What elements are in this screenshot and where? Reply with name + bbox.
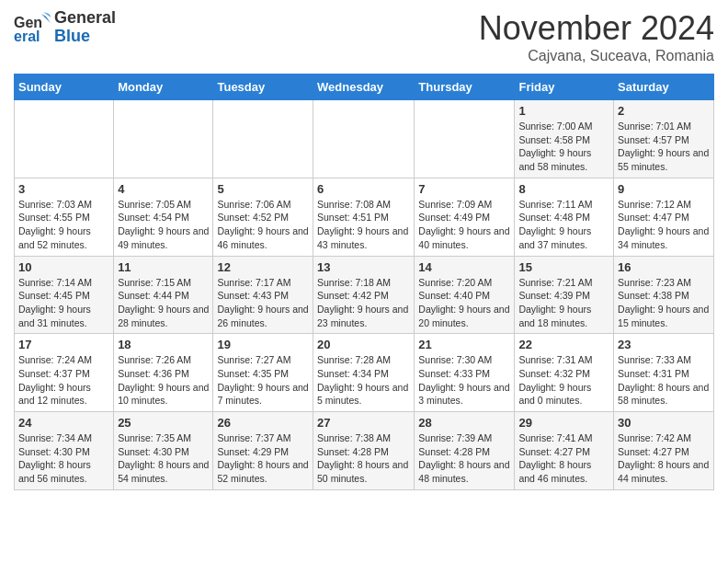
header-thursday: Thursday (415, 75, 515, 100)
day-info: Sunrise: 7:06 AM Sunset: 4:52 PM Dayligh… (217, 198, 309, 252)
calendar-cell: 2Sunrise: 7:01 AM Sunset: 4:57 PM Daylig… (614, 100, 714, 178)
calendar-cell: 25Sunrise: 7:35 AM Sunset: 4:30 PM Dayli… (114, 412, 213, 490)
weekday-header-row: Sunday Monday Tuesday Wednesday Thursday… (15, 75, 714, 100)
day-number: 21 (418, 338, 510, 351)
header-saturday: Saturday (614, 75, 714, 100)
calendar-cell: 29Sunrise: 7:41 AM Sunset: 4:27 PM Dayli… (515, 412, 614, 490)
day-number: 10 (18, 260, 109, 274)
day-number: 13 (317, 260, 410, 274)
day-info: Sunrise: 7:11 AM Sunset: 4:48 PM Dayligh… (518, 198, 609, 252)
day-info: Sunrise: 7:30 AM Sunset: 4:33 PM Dayligh… (418, 353, 510, 408)
header-friday: Friday (515, 75, 614, 100)
day-info: Sunrise: 7:09 AM Sunset: 4:49 PM Dayligh… (418, 198, 510, 252)
calendar-cell: 4Sunrise: 7:05 AM Sunset: 4:54 PM Daylig… (114, 178, 213, 256)
day-number: 29 (518, 416, 609, 430)
day-number: 1 (518, 104, 609, 118)
day-number: 30 (618, 416, 710, 430)
calendar-cell: 10Sunrise: 7:14 AM Sunset: 4:45 PM Dayli… (15, 256, 114, 334)
day-number: 8 (518, 182, 609, 196)
header-wednesday: Wednesday (313, 75, 415, 100)
header: Gen eral General Blue November 2024 Cajv… (14, 9, 714, 64)
day-info: Sunrise: 7:26 AM Sunset: 4:36 PM Dayligh… (118, 353, 209, 408)
calendar-cell: 7Sunrise: 7:09 AM Sunset: 4:49 PM Daylig… (415, 178, 515, 256)
calendar-cell (313, 100, 415, 178)
location: Cajvana, Suceava, Romania (479, 48, 714, 64)
day-info: Sunrise: 7:15 AM Sunset: 4:44 PM Dayligh… (118, 276, 209, 330)
calendar-cell: 15Sunrise: 7:21 AM Sunset: 4:39 PM Dayli… (515, 256, 614, 334)
day-info: Sunrise: 7:20 AM Sunset: 4:40 PM Dayligh… (418, 276, 510, 330)
day-number: 19 (217, 338, 309, 351)
day-number: 26 (217, 416, 309, 430)
calendar-cell: 3Sunrise: 7:03 AM Sunset: 4:55 PM Daylig… (15, 178, 114, 256)
calendar-cell: 8Sunrise: 7:11 AM Sunset: 4:48 PM Daylig… (515, 178, 614, 256)
day-info: Sunrise: 7:34 AM Sunset: 4:30 PM Dayligh… (18, 431, 109, 486)
calendar-cell: 21Sunrise: 7:30 AM Sunset: 4:33 PM Dayli… (415, 334, 515, 412)
calendar-week-4: 17Sunrise: 7:24 AM Sunset: 4:37 PM Dayli… (15, 334, 714, 412)
day-info: Sunrise: 7:27 AM Sunset: 4:35 PM Dayligh… (217, 353, 309, 408)
day-info: Sunrise: 7:12 AM Sunset: 4:47 PM Dayligh… (618, 198, 710, 252)
svg-text:eral: eral (14, 29, 40, 44)
calendar-cell: 14Sunrise: 7:20 AM Sunset: 4:40 PM Dayli… (415, 256, 515, 334)
day-number: 4 (118, 182, 209, 196)
calendar-cell: 1Sunrise: 7:00 AM Sunset: 4:58 PM Daylig… (515, 100, 614, 178)
calendar-cell: 13Sunrise: 7:18 AM Sunset: 4:42 PM Dayli… (313, 256, 415, 334)
calendar-cell: 11Sunrise: 7:15 AM Sunset: 4:44 PM Dayli… (114, 256, 213, 334)
logo-text-blue: Blue (54, 28, 116, 46)
day-info: Sunrise: 7:37 AM Sunset: 4:29 PM Dayligh… (217, 431, 309, 486)
calendar-cell: 6Sunrise: 7:08 AM Sunset: 4:51 PM Daylig… (313, 178, 415, 256)
logo: Gen eral General Blue (14, 9, 116, 46)
day-info: Sunrise: 7:41 AM Sunset: 4:27 PM Dayligh… (518, 431, 609, 486)
header-tuesday: Tuesday (213, 75, 313, 100)
day-info: Sunrise: 7:35 AM Sunset: 4:30 PM Dayligh… (118, 431, 209, 486)
day-info: Sunrise: 7:18 AM Sunset: 4:42 PM Dayligh… (317, 276, 410, 330)
day-number: 6 (317, 182, 410, 196)
calendar-cell: 20Sunrise: 7:28 AM Sunset: 4:34 PM Dayli… (313, 334, 415, 412)
calendar-cell (15, 100, 114, 178)
day-number: 15 (518, 260, 609, 274)
logo-text-general: General (54, 9, 116, 28)
calendar-cell: 18Sunrise: 7:26 AM Sunset: 4:36 PM Dayli… (114, 334, 213, 412)
day-info: Sunrise: 7:14 AM Sunset: 4:45 PM Dayligh… (18, 276, 109, 330)
day-number: 7 (418, 182, 510, 196)
calendar-week-1: 1Sunrise: 7:00 AM Sunset: 4:58 PM Daylig… (15, 100, 714, 178)
calendar-cell: 22Sunrise: 7:31 AM Sunset: 4:32 PM Dayli… (515, 334, 614, 412)
calendar-week-5: 24Sunrise: 7:34 AM Sunset: 4:30 PM Dayli… (15, 412, 714, 490)
day-info: Sunrise: 7:01 AM Sunset: 4:57 PM Dayligh… (618, 120, 710, 174)
calendar-cell: 5Sunrise: 7:06 AM Sunset: 4:52 PM Daylig… (213, 178, 313, 256)
day-number: 11 (118, 260, 209, 274)
day-number: 18 (118, 338, 209, 351)
day-number: 3 (18, 182, 109, 196)
day-info: Sunrise: 7:17 AM Sunset: 4:43 PM Dayligh… (217, 276, 309, 330)
day-info: Sunrise: 7:31 AM Sunset: 4:32 PM Dayligh… (518, 353, 609, 408)
calendar-cell: 30Sunrise: 7:42 AM Sunset: 4:27 PM Dayli… (614, 412, 714, 490)
day-info: Sunrise: 7:33 AM Sunset: 4:31 PM Dayligh… (618, 353, 710, 408)
day-info: Sunrise: 7:23 AM Sunset: 4:38 PM Dayligh… (618, 276, 710, 330)
day-info: Sunrise: 7:08 AM Sunset: 4:51 PM Dayligh… (317, 198, 410, 252)
day-number: 5 (217, 182, 309, 196)
calendar-week-2: 3Sunrise: 7:03 AM Sunset: 4:55 PM Daylig… (15, 178, 714, 256)
calendar-cell: 17Sunrise: 7:24 AM Sunset: 4:37 PM Dayli… (15, 334, 114, 412)
day-number: 27 (317, 416, 410, 430)
day-number: 14 (418, 260, 510, 274)
day-info: Sunrise: 7:39 AM Sunset: 4:28 PM Dayligh… (418, 431, 510, 486)
day-number: 12 (217, 260, 309, 274)
calendar-cell (213, 100, 313, 178)
day-info: Sunrise: 7:28 AM Sunset: 4:34 PM Dayligh… (317, 353, 410, 408)
day-number: 25 (118, 416, 209, 430)
header-monday: Monday (114, 75, 213, 100)
calendar-cell: 9Sunrise: 7:12 AM Sunset: 4:47 PM Daylig… (614, 178, 714, 256)
calendar-cell (114, 100, 213, 178)
day-number: 17 (18, 338, 109, 351)
calendar-cell (415, 100, 515, 178)
month-title: November 2024 (479, 9, 714, 48)
calendar-cell: 24Sunrise: 7:34 AM Sunset: 4:30 PM Dayli… (15, 412, 114, 490)
header-sunday: Sunday (15, 75, 114, 100)
calendar-cell: 23Sunrise: 7:33 AM Sunset: 4:31 PM Dayli… (614, 334, 714, 412)
day-info: Sunrise: 7:38 AM Sunset: 4:28 PM Dayligh… (317, 431, 410, 486)
day-number: 16 (618, 260, 710, 274)
day-number: 24 (18, 416, 109, 430)
day-number: 9 (618, 182, 710, 196)
day-info: Sunrise: 7:00 AM Sunset: 4:58 PM Dayligh… (518, 120, 609, 174)
calendar-cell: 26Sunrise: 7:37 AM Sunset: 4:29 PM Dayli… (213, 412, 313, 490)
logo-icon: Gen eral (14, 9, 51, 46)
